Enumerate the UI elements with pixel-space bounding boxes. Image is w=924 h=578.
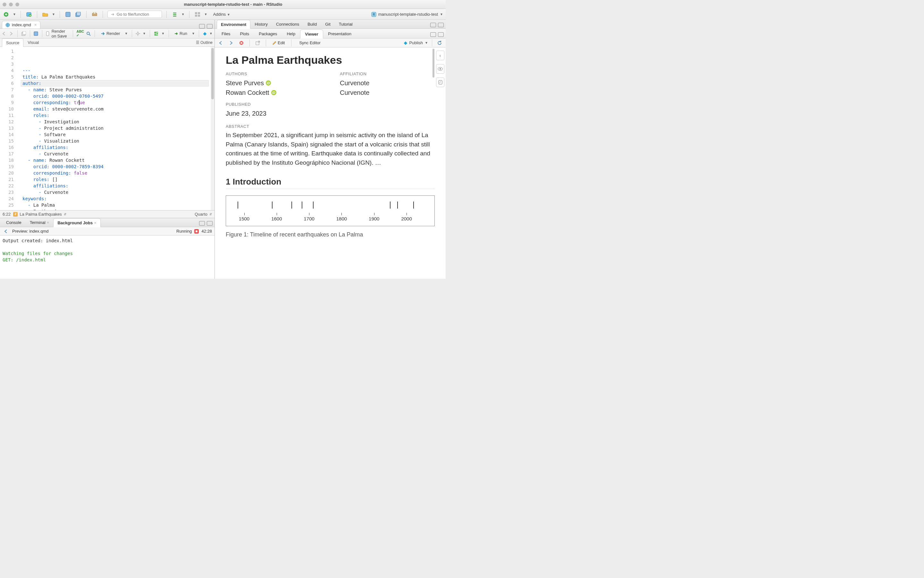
save-doc-icon[interactable]	[34, 30, 38, 37]
close-tab-icon[interactable]: ×	[34, 23, 37, 27]
publish-icon[interactable]: ◆	[203, 30, 207, 37]
viewer-refresh-icon[interactable]	[436, 39, 443, 47]
svg-rect-10	[173, 16, 176, 17]
code-area[interactable]: ---title: La Palma Earthquakesauthor: - …	[21, 47, 212, 210]
viewer-forward-icon[interactable]	[228, 39, 235, 47]
close-window[interactable]	[3, 3, 7, 6]
save-icon[interactable]	[64, 11, 72, 18]
goto-placeholder: Go to file/function	[117, 12, 149, 17]
goto-arrow-icon	[111, 13, 115, 16]
run-arrow-icon	[174, 32, 178, 36]
run-button[interactable]: Run	[172, 31, 189, 37]
svg-point-32	[439, 68, 441, 70]
open-file-icon[interactable]	[42, 11, 49, 18]
spellcheck-icon[interactable]: ABC✓	[76, 30, 84, 37]
source-tab[interactable]: Source	[2, 39, 23, 47]
svg-rect-19	[23, 31, 26, 35]
orcid-icon[interactable]: iD	[266, 80, 271, 86]
svg-rect-13	[195, 15, 197, 17]
console-output[interactable]: Output created: index.html Watching file…	[0, 235, 215, 279]
tab-files[interactable]: Files	[217, 29, 235, 38]
tab-git[interactable]: Git	[321, 19, 335, 29]
window-controls[interactable]	[3, 3, 19, 6]
document-mode[interactable]: Quarto	[195, 212, 207, 217]
new-file-icon[interactable]	[3, 11, 10, 18]
doc-title: La Palma Earthquakes	[226, 54, 435, 66]
maximize-env-icon[interactable]	[438, 23, 444, 27]
viewer-popout-icon[interactable]	[254, 39, 261, 47]
tools-icon[interactable]	[171, 11, 178, 18]
show-in-new-window-icon[interactable]	[21, 30, 26, 37]
background-jobs-tab[interactable]: Background Jobs×	[53, 218, 100, 227]
find-icon[interactable]	[86, 30, 91, 37]
viewer-edit-button[interactable]: Edit	[271, 40, 286, 46]
render-icon	[101, 31, 105, 36]
window-title: manuscript-template-rstudio-test - main …	[23, 2, 443, 7]
project-selector[interactable]: R manuscript-template-rstudio-test ▼	[371, 12, 443, 17]
section-breadcrumb[interactable]: # La Palma Earthquakes ⇵	[13, 212, 67, 217]
terminal-tab[interactable]: Terminal×	[26, 218, 54, 227]
tab-build[interactable]: Build	[303, 19, 321, 29]
tab-environment[interactable]: Environment	[217, 20, 251, 29]
console-tabs: Console Terminal× Background Jobs×	[0, 218, 215, 227]
tab-viewer[interactable]: Viewer	[300, 29, 323, 39]
tab-plots[interactable]: Plots	[235, 29, 254, 38]
gear-icon[interactable]	[136, 30, 140, 37]
tab-history[interactable]: History	[251, 19, 272, 29]
zoom-window[interactable]	[15, 3, 19, 6]
close-bgjobs-icon[interactable]: ×	[94, 221, 96, 225]
maximize-pane-icon[interactable]	[207, 24, 213, 29]
maximize-viewer-icon[interactable]	[438, 32, 444, 37]
orcid-icon[interactable]: iD	[271, 90, 277, 95]
preview-scrollbar[interactable]	[432, 47, 435, 279]
job-state: Running	[176, 229, 192, 234]
tab-connections[interactable]: Connections	[272, 19, 303, 29]
visual-tab[interactable]: Visual	[23, 38, 43, 47]
open-recent-dropdown[interactable]: ▼	[52, 13, 55, 16]
render-on-save-checkbox[interactable]	[46, 31, 49, 36]
minimize-env-icon[interactable]	[430, 23, 436, 27]
close-terminal-icon[interactable]: ×	[47, 220, 49, 225]
author-2: Rowan CockettiD	[226, 88, 320, 97]
insert-chunk-icon[interactable]: +C	[154, 30, 159, 37]
job-back-icon[interactable]	[3, 228, 10, 235]
maximize-console-icon[interactable]	[207, 221, 213, 226]
minimize-console-icon[interactable]	[199, 221, 205, 226]
nav-back-icon[interactable]	[2, 30, 7, 37]
tab-help[interactable]: Help	[282, 29, 300, 38]
print-icon[interactable]	[91, 11, 98, 18]
minimize-viewer-icon[interactable]	[430, 32, 436, 37]
console-pane: Console Terminal× Background Jobs× Previ…	[0, 218, 215, 279]
console-tab[interactable]: Console	[2, 218, 26, 227]
addins-menu[interactable]: Addins ▼	[211, 11, 233, 18]
outline-toggle[interactable]: ☰ Outline	[196, 41, 213, 45]
editor-tab-index-qmd[interactable]: index.qmd ×	[2, 21, 41, 29]
tab-packages[interactable]: Packages	[254, 29, 282, 38]
tab-presentation[interactable]: Presentation	[323, 29, 356, 38]
preview-sidebar: ‹	[435, 47, 446, 87]
affiliation-label: AFFILIATION	[340, 71, 435, 76]
viewer-back-icon[interactable]	[217, 39, 224, 47]
viewer-preview[interactable]: La Palma Earthquakes AUTHORS Steve Purve…	[215, 47, 446, 279]
render-button[interactable]: Render	[99, 31, 122, 37]
goto-file-function[interactable]: Go to file/function	[107, 11, 162, 18]
notebook-icon[interactable]	[436, 78, 444, 87]
viewer-publish-button[interactable]: ◆Publish ▼	[404, 41, 428, 45]
stop-job-icon[interactable]	[194, 229, 199, 234]
timeline-chart: 150016001700180019002000	[226, 195, 435, 226]
view-icon[interactable]	[436, 64, 444, 74]
panes-icon[interactable]	[194, 11, 201, 18]
minimize-pane-icon[interactable]	[199, 24, 205, 29]
code-editor[interactable]: 1234567891011121314151617181920212223242…	[0, 47, 215, 210]
toc-toggle-icon[interactable]: ‹	[436, 50, 444, 60]
tab-tutorial[interactable]: Tutorial	[335, 19, 357, 29]
editor-toolbar: Render on Save ABC✓ Render ▼ ▼ +C ▼ Run …	[0, 29, 215, 39]
save-all-icon[interactable]	[75, 11, 82, 18]
top-right-tabs: EnvironmentHistoryConnectionsBuildGitTut…	[215, 20, 446, 29]
nav-forward-icon[interactable]	[9, 30, 13, 37]
editor-scrollbar[interactable]	[211, 47, 215, 210]
viewer-clear-icon[interactable]	[238, 39, 245, 47]
new-project-icon[interactable]	[25, 11, 33, 18]
minimize-window[interactable]	[9, 3, 13, 6]
new-file-dropdown[interactable]: ▼	[13, 13, 16, 16]
